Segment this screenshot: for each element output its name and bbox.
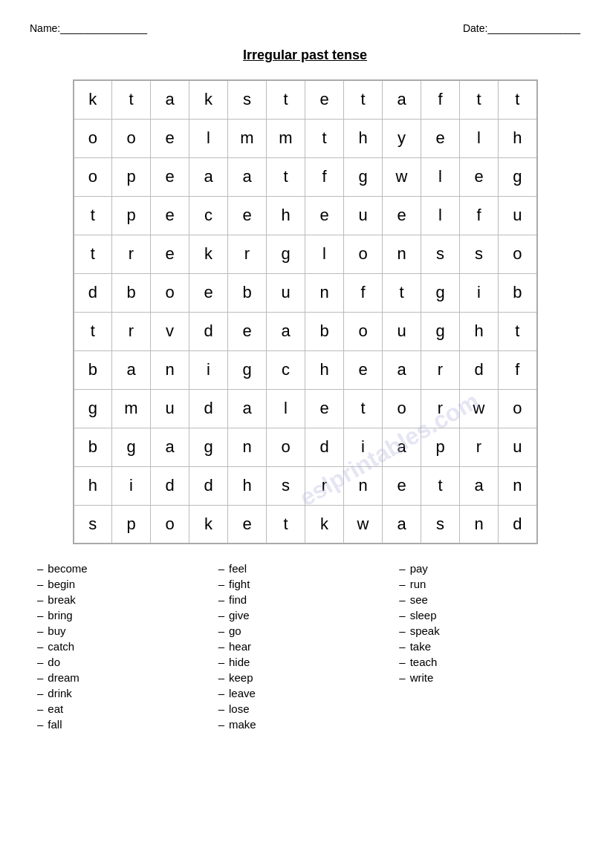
grid-cell: n — [460, 505, 499, 544]
dash: – — [218, 578, 224, 590]
grid-cell: f — [421, 80, 460, 119]
word-item: –become — [37, 561, 218, 576]
grid-cell: e — [305, 80, 344, 119]
word-label: find — [229, 593, 247, 606]
grid-cell: h — [267, 196, 305, 235]
grid-cell: f — [305, 157, 344, 196]
grid-cell: b — [499, 273, 537, 312]
grid-cell: w — [383, 157, 421, 196]
grid-cell: i — [189, 350, 228, 389]
grid-cell: d — [189, 466, 228, 505]
word-label: drink — [48, 687, 72, 699]
grid-cell: a — [112, 350, 151, 389]
grid-cell: t — [74, 196, 112, 235]
grid-cell: h — [460, 312, 499, 350]
grid-cell: o — [74, 157, 112, 196]
grid-cell: u — [499, 428, 537, 466]
grid-cell: d — [305, 428, 344, 466]
grid-cell: i — [344, 428, 383, 466]
word-item: –begin — [37, 576, 218, 592]
grid-cell: h — [499, 119, 537, 157]
dash: – — [218, 671, 224, 684]
grid-cell: n — [305, 273, 344, 312]
grid-cell: f — [344, 273, 383, 312]
word-search-grid: ktakstetafttooelmmthyelhopeaatfgwlegtpec… — [73, 79, 538, 544]
grid-cell: l — [421, 157, 460, 196]
word-item: –fight — [218, 576, 400, 592]
grid-cell: p — [112, 505, 151, 544]
word-label: begin — [48, 578, 75, 590]
word-label: bring — [48, 609, 72, 621]
grid-cell: f — [499, 350, 537, 389]
grid-cell: r — [112, 312, 151, 350]
word-label: buy — [48, 624, 65, 637]
grid-cell: d — [151, 466, 189, 505]
grid-cell: g — [228, 350, 267, 389]
word-label: leave — [229, 687, 256, 699]
dash: – — [218, 718, 224, 731]
grid-cell: e — [228, 196, 267, 235]
word-label: run — [410, 578, 426, 590]
word-item — [399, 685, 580, 701]
grid-cell: g — [112, 428, 151, 466]
grid-cell: h — [305, 350, 344, 389]
grid-cell: i — [112, 466, 151, 505]
grid-cell: u — [267, 273, 305, 312]
word-item — [399, 701, 580, 717]
grid-cell: l — [189, 119, 228, 157]
grid-cell: b — [228, 273, 267, 312]
dash: – — [37, 624, 43, 637]
grid-cell: t — [344, 80, 383, 119]
grid-cell: e — [305, 389, 344, 428]
grid-cell: h — [228, 466, 267, 505]
grid-cell: e — [151, 157, 189, 196]
dash: – — [399, 656, 405, 668]
dash: – — [37, 578, 43, 590]
word-item: –run — [399, 576, 580, 592]
word-item: –dream — [37, 670, 218, 685]
grid-cell: m — [228, 119, 267, 157]
grid-cell: r — [305, 466, 344, 505]
grid-cell: e — [151, 235, 189, 273]
word-label: hide — [229, 656, 250, 668]
grid-cell: i — [460, 273, 499, 312]
word-item: –write — [399, 670, 580, 685]
grid-cell: e — [228, 505, 267, 544]
word-label: see — [410, 593, 428, 606]
grid-cell: h — [344, 119, 383, 157]
dash: – — [399, 640, 405, 653]
dash: – — [218, 640, 224, 653]
grid-cell: a — [228, 389, 267, 428]
grid-cell: g — [499, 157, 537, 196]
grid-cell: k — [74, 80, 112, 119]
grid-cell: t — [344, 389, 383, 428]
dash: – — [218, 656, 224, 668]
word-item: –take — [399, 639, 580, 654]
word-label: keep — [229, 671, 253, 684]
dash: – — [37, 687, 43, 699]
dash: – — [218, 687, 224, 699]
word-item: –catch — [37, 639, 218, 654]
grid-cell: e — [151, 196, 189, 235]
grid-cell: o — [344, 235, 383, 273]
grid-cell: e — [421, 119, 460, 157]
word-item: –see — [399, 592, 580, 607]
word-label: break — [48, 593, 76, 606]
grid-cell: t — [383, 273, 421, 312]
word-item: –buy — [37, 623, 218, 639]
word-item: –keep — [218, 670, 400, 685]
word-label: write — [410, 671, 434, 684]
dash: – — [37, 609, 43, 621]
dash: – — [37, 562, 43, 575]
word-item: –eat — [37, 701, 218, 717]
word-label: give — [229, 609, 250, 621]
grid-cell: o — [112, 119, 151, 157]
grid-cell: s — [421, 235, 460, 273]
grid-cell: l — [267, 389, 305, 428]
grid-cell: a — [189, 157, 228, 196]
word-item: –pay — [399, 561, 580, 576]
dash: – — [399, 593, 405, 606]
word-item: –bring — [37, 607, 218, 623]
grid-cell: d — [74, 273, 112, 312]
grid-cell: g — [421, 312, 460, 350]
